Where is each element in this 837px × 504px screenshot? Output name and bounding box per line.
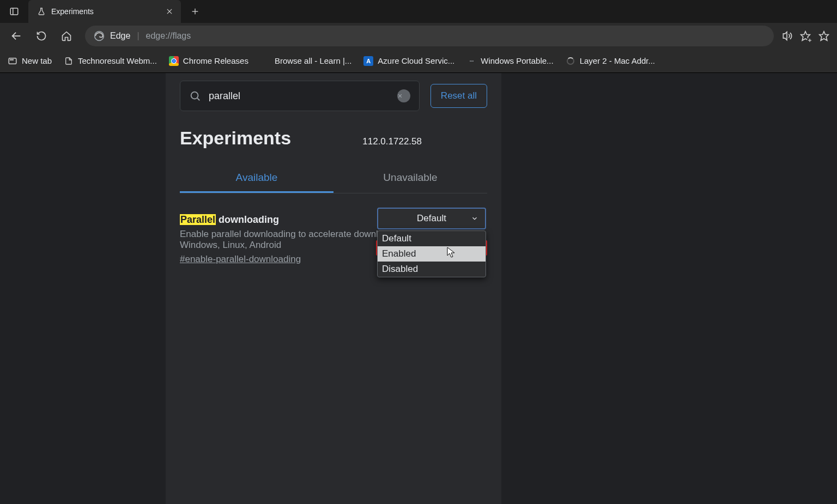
bookmark-azure[interactable]: A Azure Cloud Servic... — [363, 56, 454, 66]
option-enabled[interactable]: Enabled — [378, 246, 486, 262]
flag-title-rest: downloading — [216, 214, 279, 225]
svg-marker-11 — [820, 32, 829, 41]
flask-icon — [37, 7, 46, 16]
svg-point-13 — [10, 59, 11, 60]
flag-select-value: Default — [417, 213, 446, 224]
bookmark-label: Azure Cloud Servic... — [378, 56, 454, 65]
svg-rect-12 — [9, 58, 16, 64]
loading-favicon — [566, 56, 575, 66]
left-gutter — [0, 73, 166, 504]
azure-icon: A — [363, 56, 373, 66]
svg-line-17 — [197, 98, 199, 100]
svg-point-16 — [191, 92, 198, 99]
clear-search-button[interactable] — [397, 89, 410, 102]
experiment-tabs: Available Unavailable — [180, 164, 487, 193]
favorites-star-button[interactable] — [818, 31, 829, 41]
browser-tab[interactable]: Experiments — [28, 0, 181, 23]
bookmark-label: Browse all - Learn |... — [275, 56, 351, 65]
address-bar[interactable]: Edge | edge://flags — [85, 26, 774, 46]
flag-parallel-downloading: Parallel downloading Enable parallel dow… — [166, 193, 501, 265]
bookmark-label: Layer 2 - Mac Addr... — [580, 56, 655, 65]
page-body: Reset all Experiments 112.0.1722.58 Avai… — [0, 73, 837, 504]
newtab-icon — [8, 56, 17, 66]
search-input[interactable] — [209, 90, 397, 102]
bookmarks-bar: New tab Technoresult Webm... Chrome Rele… — [0, 49, 837, 73]
new-tab-button[interactable] — [185, 2, 205, 21]
bookmark-chrome-releases[interactable]: Chrome Releases — [169, 56, 248, 66]
search-row: Reset all — [166, 73, 501, 111]
flag-select-wrap: Default Default Enabled Disabled — [377, 208, 486, 229]
generic-favicon: ··· — [466, 56, 476, 66]
address-separator: | — [137, 31, 139, 41]
page-title: Experiments — [180, 127, 291, 149]
bookmark-label: Technoresult Webm... — [78, 56, 157, 65]
edge-logo-icon — [94, 31, 105, 41]
search-icon — [189, 90, 201, 102]
reset-all-button[interactable]: Reset all — [430, 84, 487, 108]
right-gutter — [501, 73, 837, 504]
tab-available[interactable]: Available — [180, 164, 333, 193]
flags-content: Reset all Experiments 112.0.1722.58 Avai… — [166, 73, 501, 504]
bookmark-label: Chrome Releases — [183, 56, 248, 65]
browser-version: 112.0.1722.58 — [362, 136, 422, 147]
tab-title: Experiments — [51, 7, 166, 16]
bookmark-layer2[interactable]: Layer 2 - Mac Addr... — [566, 56, 655, 66]
titlebar: Experiments — [0, 0, 837, 23]
page-icon — [64, 56, 74, 66]
bookmark-label: New tab — [22, 56, 52, 65]
refresh-button[interactable] — [31, 25, 52, 47]
tab-actions-button[interactable] — [5, 4, 23, 19]
read-aloud-button[interactable] — [781, 31, 792, 41]
flag-select-dropdown: Default Enabled Disabled — [377, 230, 486, 277]
tab-unavailable[interactable]: Unavailable — [333, 164, 487, 193]
mouse-cursor-icon — [447, 247, 456, 258]
bookmark-label: Windows Portable... — [481, 56, 553, 65]
search-box[interactable] — [180, 81, 420, 111]
tab-close-button[interactable] — [166, 8, 173, 15]
heading-row: Experiments 112.0.1722.58 — [166, 111, 501, 149]
toolbar: Edge | edge://flags — [0, 23, 837, 49]
address-url: edge://flags — [146, 31, 191, 41]
address-prefix: Edge — [110, 31, 130, 41]
flag-select[interactable]: Default — [377, 208, 486, 229]
bookmark-technoresult[interactable]: Technoresult Webm... — [64, 56, 157, 66]
favorites-button[interactable] — [800, 31, 811, 41]
svg-point-15 — [13, 59, 13, 60]
back-button[interactable] — [5, 25, 27, 47]
bookmark-learn[interactable]: Browse all - Learn |... — [260, 56, 351, 66]
bookmark-new-tab[interactable]: New tab — [8, 56, 52, 66]
svg-rect-0 — [10, 8, 18, 15]
bookmark-windows-portable[interactable]: ··· Windows Portable... — [466, 56, 553, 66]
chevron-down-icon — [471, 215, 478, 222]
option-disabled[interactable]: Disabled — [378, 262, 486, 277]
home-button[interactable] — [56, 25, 77, 47]
flag-hash-link[interactable]: #enable-parallel-downloading — [180, 254, 301, 265]
flag-title-highlight: Parallel — [180, 214, 216, 225]
microsoft-icon — [260, 56, 270, 66]
chrome-icon — [169, 56, 179, 66]
option-default[interactable]: Default — [378, 231, 486, 246]
svg-point-14 — [11, 59, 12, 60]
